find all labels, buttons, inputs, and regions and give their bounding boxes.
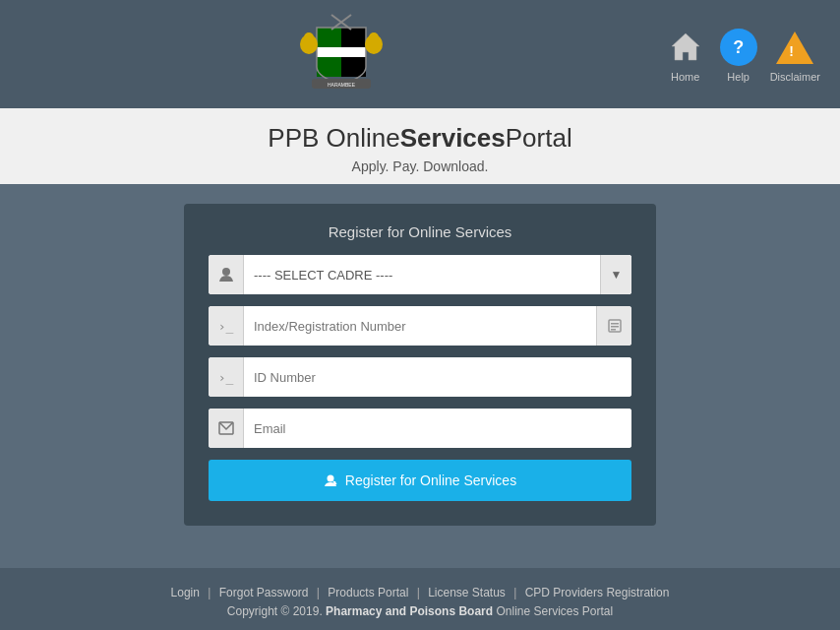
header-section: PPB OnlineServicesPortal Apply. Pay. Dow… [0,108,840,184]
title-bold: Services [400,123,506,153]
svg-text:HARAMBEE: HARAMBEE [328,82,356,88]
copyright-bold: Pharmacy and Poisons Board [326,604,493,618]
index-number-input[interactable] [244,306,596,346]
title-end: Portal [506,123,572,153]
form-card: Register for Online Services ---- SELECT… [184,204,656,526]
home-icon [664,26,707,69]
svg-rect-17 [611,329,616,331]
disclaimer-nav-item[interactable]: Disclaimer [770,26,820,83]
cadre-field: ---- SELECT CADRE ---- Pharmacist Pharma… [209,255,631,294]
svg-point-7 [369,32,379,42]
separator-3: | [417,586,420,599]
form-card-title: Register for Online Services [209,223,631,240]
footer: Login | Forgot Password | Products Porta… [0,568,840,630]
main-content: Register for Online Services ---- SELECT… [0,184,840,568]
cadre-select-wrapper: ---- SELECT CADRE ---- Pharmacist Pharma… [244,255,631,294]
login-link[interactable]: Login [171,586,200,599]
id-number-input[interactable] [244,357,631,397]
site-title: PPB OnlineServicesPortal [20,123,820,154]
license-status-link[interactable]: License Status [428,586,506,599]
email-icon [209,409,244,448]
coat-of-arms: HARAMBEE [297,10,386,98]
id-number-field: ›_ [209,357,631,397]
tagline: Apply. Pay. Download. [20,158,820,174]
svg-point-5 [304,32,314,42]
cpd-registration-link[interactable]: CPD Providers Registration [525,586,670,599]
separator-1: | [208,586,210,599]
forgot-password-link[interactable]: Forgot Password [219,586,309,599]
separator-2: | [317,586,320,599]
cadre-icon [209,255,244,294]
svg-rect-15 [611,323,619,325]
svg-point-19 [327,475,333,482]
svg-point-13 [222,268,230,276]
help-icon-circle: ? [720,29,757,66]
home-nav-item[interactable]: Home [664,26,707,83]
index-number-field: ›_ [209,306,631,346]
help-icon: ? [717,26,760,69]
register-icon [324,473,337,487]
email-input[interactable] [244,409,631,448]
svg-rect-16 [611,326,619,328]
home-label: Home [671,71,699,83]
nav-icons: Home ? Help Disclaimer [664,26,820,83]
svg-marker-12 [672,33,699,60]
disclaimer-icon [773,26,816,69]
footer-links: Login | Forgot Password | Products Porta… [20,586,820,599]
disclaimer-triangle [776,32,813,64]
footer-copyright: Copyright © 2019. Pharmacy and Poisons B… [20,604,820,618]
register-button-label: Register for Online Services [345,472,516,488]
register-button[interactable]: Register for Online Services [209,460,631,501]
copyright-prefix: Copyright © 2019. [227,604,323,618]
disclaimer-label: Disclaimer [770,71,820,83]
index-suffix-icon [596,306,631,346]
email-field [209,409,631,448]
help-label: Help [727,71,750,83]
index-icon: ›_ [209,306,244,346]
title-normal: PPB Online [268,123,399,153]
copyright-suffix: Online Services Portal [496,604,613,618]
products-portal-link[interactable]: Products Portal [328,586,408,599]
separator-4: | [513,586,516,599]
cadre-select[interactable]: ---- SELECT CADRE ---- Pharmacist Pharma… [244,255,631,294]
logo-area: HARAMBEE [20,10,664,98]
svg-rect-3 [317,47,366,57]
id-icon: ›_ [209,357,244,397]
help-nav-item[interactable]: ? Help [717,26,760,83]
top-bar: HARAMBEE Home ? Help Disclaimer [0,0,840,108]
